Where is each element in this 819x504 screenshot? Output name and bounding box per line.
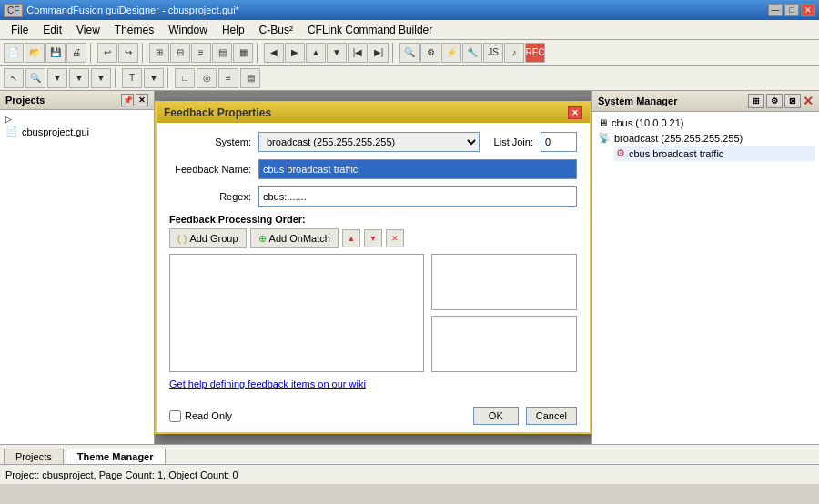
tool-text[interactable]: T [122, 68, 142, 88]
projects-pin-button[interactable]: 📌 [121, 94, 134, 106]
sm-node-cbus[interactable]: 🖥 cbus (10.0.0.21) [596, 116, 815, 130]
toolbar-group-misc: ⊞ ⊟ ≡ ▤ ▦ [149, 43, 253, 63]
tool-cursor[interactable]: ↖ [4, 68, 24, 88]
system-select[interactable]: broadcast (255.255.255.255) [258, 132, 480, 152]
add-group-icon: ( ) [177, 233, 187, 244]
close-button[interactable]: ✕ [801, 4, 815, 16]
sm-node-broadcast[interactable]: 📡 broadcast (255.255.255.255) [596, 130, 815, 146]
undo-button[interactable]: ↩ [97, 43, 117, 63]
toolbar-btn-4[interactable]: 🖨 [66, 43, 86, 63]
toolbar-misc-1[interactable]: ⊞ [149, 43, 169, 63]
read-only-checkbox[interactable] [169, 410, 181, 422]
menu-cbus[interactable]: C-Bus² [252, 20, 300, 39]
zoom-btn-6[interactable]: ♪ [504, 43, 524, 63]
arrow-start[interactable]: |◀ [348, 43, 368, 63]
sm-btn-1[interactable]: ⊞ [748, 94, 764, 108]
list-join-input[interactable] [541, 132, 577, 152]
maximize-button[interactable]: □ [784, 4, 799, 16]
sm-btn-3[interactable]: ⊠ [784, 94, 801, 108]
feedback-name-input[interactable] [258, 159, 577, 179]
toolbar-group-zoom: 🔍 ⚙ ⚡ 🔧 JS ♪ REC [399, 43, 545, 63]
arrow-up[interactable]: ▲ [306, 43, 326, 63]
tool-dropdown3[interactable]: ▼ [91, 68, 111, 88]
sm-node-cbus-icon: 🖥 [598, 117, 608, 128]
menu-themes[interactable]: Themes [107, 20, 161, 39]
zoom-btn-5[interactable]: JS [483, 43, 503, 63]
projects-panel-controls: 📌 ✕ [121, 94, 148, 106]
zoom-btn-2[interactable]: ⚙ [420, 43, 440, 63]
zoom-btn-4[interactable]: 🔧 [462, 43, 482, 63]
projects-panel: Projects 📌 ✕ ▷ 📄 cbusproject.gui [0, 91, 155, 444]
menu-cflink[interactable]: CFLink Command Builder [300, 20, 440, 39]
feedback-name-label: Feedback Name: [169, 164, 251, 175]
sep-2 [142, 43, 146, 63]
wiki-link[interactable]: Get help defining feedback items on our … [169, 378, 366, 389]
sep-t3 [167, 68, 171, 88]
tool-shape1[interactable]: □ [175, 68, 195, 88]
dialog-system-row: System: broadcast (255.255.255.255) List… [169, 132, 577, 152]
tree-expand-all[interactable]: ▷ [4, 114, 150, 125]
canvas-area[interactable]: Feedback Properties ✕ System: broadcast … [155, 91, 592, 444]
menu-file[interactable]: File [4, 20, 35, 39]
save-button[interactable]: 💾 [46, 43, 66, 63]
arrow-down[interactable]: ▼ [327, 43, 347, 63]
wiki-link-row: Get help defining feedback items on our … [169, 378, 577, 390]
projects-title: Projects [5, 95, 45, 106]
feedback-list[interactable] [169, 254, 424, 372]
sm-tree: 🖥 cbus (10.0.0.21) 📡 broadcast (255.255.… [592, 112, 819, 165]
expand-arrow: ▷ [5, 115, 12, 124]
tool-dropdown4[interactable]: ▼ [144, 68, 164, 88]
tool-dropdown2[interactable]: ▼ [69, 68, 89, 88]
menu-bar: File Edit View Themes Window Help C-Bus²… [0, 20, 819, 40]
zoom-btn-7[interactable]: REC [525, 43, 545, 63]
menu-view[interactable]: View [69, 20, 107, 39]
arrow-right[interactable]: ▶ [285, 43, 305, 63]
regex-input[interactable] [258, 186, 577, 207]
move-up-button[interactable]: ▲ [342, 229, 360, 247]
tree-item-cbusproject[interactable]: 📄 cbusproject.gui [4, 125, 150, 138]
minimize-button[interactable]: — [768, 4, 783, 16]
add-onmatch-button[interactable]: ⊕ Add OnMatch [250, 228, 339, 248]
move-down-button[interactable]: ▼ [364, 229, 382, 247]
title-bar-left: CF CommandFusion guiDesigner - cbusproje… [4, 4, 239, 17]
projects-panel-header: Projects 📌 ✕ [0, 91, 154, 110]
toolbar-misc-2[interactable]: ⊟ [170, 43, 190, 63]
sm-node-broadcast-label: broadcast (255.255.255.255) [614, 133, 743, 144]
tool-zoom-in[interactable]: 🔍 [25, 68, 46, 88]
tree-item-label: cbusproject.gui [22, 126, 89, 137]
bottom-tabs: Projects Theme Manager [0, 444, 819, 464]
new-button[interactable]: 📄 [4, 43, 24, 63]
tab-theme-manager[interactable]: Theme Manager [66, 449, 166, 464]
delete-button[interactable]: ✕ [386, 229, 404, 247]
zoom-btn-1[interactable]: 🔍 [399, 43, 420, 63]
redo-button[interactable]: ↪ [118, 43, 138, 63]
tool-dropdown[interactable]: ▼ [47, 68, 67, 88]
projects-close-button[interactable]: ✕ [136, 94, 148, 106]
toolbar-misc-5[interactable]: ▦ [233, 43, 253, 63]
sm-btn-2[interactable]: ⚙ [766, 94, 783, 108]
read-only-checkbox-label[interactable]: Read Only [169, 410, 232, 422]
menu-help[interactable]: Help [215, 20, 252, 39]
zoom-btn-3[interactable]: ⚡ [441, 43, 461, 63]
tab-projects[interactable]: Projects [4, 449, 64, 464]
ok-button[interactable]: OK [473, 407, 519, 425]
arrow-end[interactable]: ▶| [369, 43, 389, 63]
toolbar-misc-3[interactable]: ≡ [191, 43, 211, 63]
open-button[interactable]: 📂 [25, 43, 45, 63]
menu-edit[interactable]: Edit [35, 20, 69, 39]
cancel-button[interactable]: Cancel [526, 407, 577, 425]
add-group-button[interactable]: ( ) Add Group [169, 228, 247, 248]
sm-close-button[interactable]: ✕ [803, 94, 814, 108]
sm-node-traffic[interactable]: ⚙ cbus broadcast traffic [614, 146, 815, 161]
tool-shape2[interactable]: ◎ [197, 68, 217, 88]
list-join-label: List Join: [494, 136, 533, 147]
menu-window[interactable]: Window [161, 20, 215, 39]
tool-align2[interactable]: ▤ [240, 68, 260, 88]
dialog-close-button[interactable]: ✕ [568, 106, 582, 119]
arrow-left[interactable]: ◀ [264, 43, 284, 63]
tool-align1[interactable]: ≡ [218, 68, 238, 88]
title-bar-controls: — □ ✕ [768, 4, 815, 16]
dialog-body: System: broadcast (255.255.255.255) List… [157, 123, 590, 399]
sm-node-traffic-icon: ⚙ [616, 147, 625, 159]
toolbar-misc-4[interactable]: ▤ [212, 43, 232, 63]
